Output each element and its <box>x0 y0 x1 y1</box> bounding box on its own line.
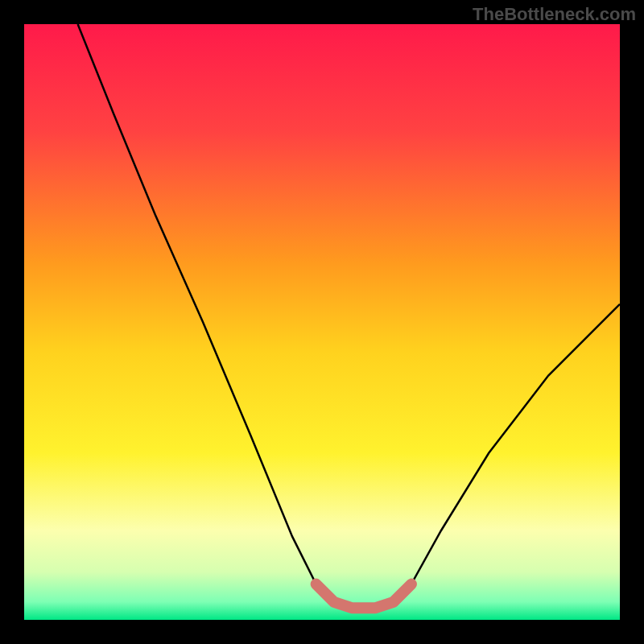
watermark-text: TheBottleneck.com <box>473 4 636 25</box>
chart-svg <box>24 24 620 620</box>
plot-area <box>24 24 620 620</box>
chart-container: TheBottleneck.com <box>0 0 644 644</box>
